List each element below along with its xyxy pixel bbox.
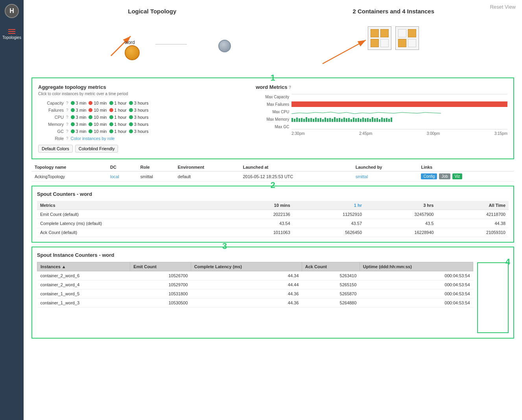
app-logo: H [5,4,19,18]
metrics-panel: 1 Aggregate topology metrics Click to co… [31,77,514,159]
metric-btn-cpu-3hr[interactable]: 3 hours [129,115,149,120]
metric-btn-memory-3min[interactable]: 3 min [71,122,87,127]
metric-btn-failures-3hr[interactable]: 3 hours [129,108,149,112]
metric-btn-capacity-3hr[interactable]: 3 hours [129,101,149,105]
color-by-role-link[interactable]: Color instances by role [71,136,115,141]
colorblind-btn[interactable]: Colorblind Friendly [75,145,118,153]
instance-empty-1 [380,39,389,47]
job-link-btn[interactable]: Job [439,173,450,179]
td-latency-label: Complete Latency (ms) (default) [37,219,228,228]
metric-btn-cpu-10min[interactable]: 10 min [89,115,107,120]
metric-btn-gc-3hr[interactable]: 3 hours [129,129,149,134]
metric-btn-gc-1hr[interactable]: 1 hour [109,129,127,134]
td-emit-label: Emit Count (default) [37,210,228,219]
svg-rect-9 [303,119,305,122]
sidebar: H Topologies [0,0,24,420]
svg-line-3 [323,40,366,64]
svg-rect-21 [332,119,333,122]
metric-btn-gc-10min[interactable]: 10 min [89,129,107,134]
metric-btn-cpu-1hr[interactable]: 1 hour [109,115,127,120]
metric-help-cpu: ? [66,115,68,120]
spout-row-latency: Complete Latency (ms) (default) 43.54 43… [37,219,509,228]
panel-number-1: 1 [270,73,275,83]
metric-btn-capacity-3min[interactable]: 3 min [71,101,87,105]
td-latency-3hr: 43.5 [365,219,437,228]
th-instances[interactable]: Instances ▲ [37,262,130,271]
metric-btn-memory-3hr[interactable]: 3 hours [129,122,149,127]
spout-instance-table: Instances ▲ Emit Count Complete Latency … [37,262,473,308]
spout-counters-header: Metrics 10 mins 1 hr 3 hrs All Time [37,201,509,210]
td-ack-label: Ack Count (default) [37,228,228,237]
instance-table-header: Instances ▲ Emit Count Complete Latency … [37,262,473,271]
metric-help-gc: ? [66,129,68,134]
agg-metrics-title: Aggregate topology metrics [38,84,248,90]
metric-help-failures: ? [66,108,68,112]
sidebar-item-topologies[interactable]: Topologies [0,26,24,43]
metric-btn-cpu-3min[interactable]: 3 min [71,115,87,120]
launched-by-link[interactable]: smittal [356,174,368,179]
metric-btn-failures-3min[interactable]: 3 min [71,108,87,112]
svg-rect-34 [362,118,364,122]
metric-row-capacity: Capacity ? 3 min 10 min 1 hour 3 hours [38,101,248,105]
svg-rect-8 [301,118,303,122]
spout-counters-title: Spout Counters - word [37,191,509,197]
spout-row-emit: Emit Count (default) 2022136 11252910 32… [37,210,509,219]
svg-rect-32 [358,118,359,122]
svg-rect-38 [372,117,373,122]
metric-btn-failures-1hr[interactable]: 1 hour [109,108,127,112]
td-environment: default [175,171,240,182]
svg-rect-6 [296,118,298,122]
td-instance-2: container_2_word_4 [37,280,130,289]
td-emit-2: 10529700 [130,280,191,289]
metric-btn-capacity-10min[interactable]: 10 min [89,101,107,105]
metric-btn-failures-10min[interactable]: 10 min [89,108,107,112]
svg-rect-45 [388,119,390,122]
gray-node-circle[interactable] [187,40,231,52]
instance-row-1: container_2_word_6 10526700 44.34 526341… [37,271,473,280]
td-uptime-4: 000:04:53:54 [360,298,473,308]
metric-help-capacity: ? [66,101,68,105]
td-emit-1hr: 11252910 [293,210,365,219]
chart-bar-memory [291,116,507,122]
svg-rect-33 [360,119,362,122]
td-latency-4: 44.36 [191,298,302,308]
instance-row-4: container_1_word_3 10530500 44.36 526488… [37,298,473,308]
word-node-container: word [125,40,140,60]
sidebar-label: Topologies [2,35,21,40]
th-launched-by: Launched by [352,163,418,171]
reset-view-button[interactable]: Reset View [490,4,516,10]
instance-empty-2 [398,29,406,37]
metric-btn-memory-10min[interactable]: 10 min [89,122,107,127]
chart-bar-failures [291,101,507,107]
chart-xaxis: 2:30pm 2:45pm 3:00pm 3:15pm [291,131,507,136]
metric-row-gc: GC ? 3 min 10 min 1 hour 3 hours [38,129,248,134]
containers-title: 2 Containers and 4 Instances [352,8,434,15]
metric-btn-memory-1hr[interactable]: 1 hour [109,122,127,127]
td-emit-3: 10531800 [130,289,191,298]
word-node-circle[interactable] [125,45,140,60]
td-emit-3hr: 32457900 [365,210,437,219]
chart-label-memory: Max Memory [256,117,289,122]
dc-link[interactable]: local [110,174,119,179]
td-ack-all: 21059310 [437,228,509,237]
metric-row-failures: Failures ? 3 min 10 min 1 hour 3 hours [38,108,248,112]
metric-btn-capacity-1hr[interactable]: 1 hour [109,101,127,105]
td-instance-4: container_1_word_3 [37,298,130,308]
td-emit-10m: 2022136 [228,210,293,219]
svg-rect-42 [381,118,383,122]
default-colors-btn[interactable]: Default Colors [38,145,73,153]
spout-row-ack: Ack Count (default) 1011063 5626450 1622… [37,228,509,237]
config-link-btn[interactable]: Config [421,173,437,179]
viz-link-btn[interactable]: Viz [452,173,463,179]
chart-row-gc: Max GC [256,124,507,129]
td-ack-2: 5265150 [302,280,360,289]
instance-row-3: container_1_word_5 10531800 44.36 526587… [37,289,473,298]
spout-counters-section: 2 Spout Counters - word Metrics 10 mins … [31,186,514,243]
svg-rect-25 [341,119,343,122]
chart-label-cpu: Max CPU [256,110,289,114]
td-latency-1: 44.34 [191,271,302,280]
td-role: smittal [137,171,175,182]
metric-btn-gc-3min[interactable]: 3 min [71,129,87,134]
svg-rect-23 [336,118,338,122]
main-content: Reset View Logical Topology word [24,0,522,420]
